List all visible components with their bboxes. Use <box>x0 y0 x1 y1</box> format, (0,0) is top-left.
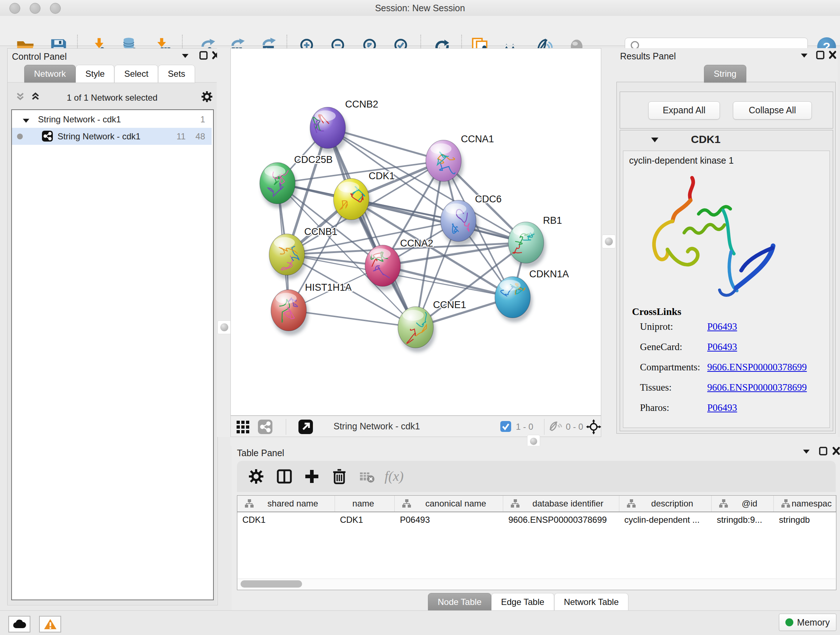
column-header-name[interactable]: name <box>335 496 395 511</box>
expand-all-button[interactable]: Expand All <box>648 101 720 119</box>
table-horizontal-scrollbar[interactable] <box>238 578 836 589</box>
node-result-name: CDK1 <box>691 133 721 146</box>
table-panel-float-button[interactable] <box>818 447 829 456</box>
right-panel-splitter[interactable] <box>601 48 616 437</box>
right-splitter-handle[interactable] <box>602 234 616 249</box>
network-node-CDC6[interactable] <box>441 200 478 246</box>
collection-expander-icon[interactable] <box>22 116 30 126</box>
network-edge-CCNB2-CCNE1[interactable] <box>328 128 416 327</box>
control-tab-select[interactable]: Select <box>114 65 158 82</box>
node-label-CCNB1: CCNB1 <box>304 226 338 237</box>
network-collection-row[interactable]: String Network - cdk1 1 <box>12 111 212 128</box>
network-label: String Network - cdk1 <box>57 131 141 141</box>
network-view-canvas[interactable]: CCNB2CCNA1CDC25BCDK1CDC6RB1CCNB1CCNA2CDK… <box>231 48 601 416</box>
columns-icon <box>276 468 293 485</box>
column-header-shared-name[interactable]: shared name <box>237 496 335 511</box>
column-header-description[interactable]: description <box>619 496 712 511</box>
node-label-CDKN1A: CDKN1A <box>529 269 569 279</box>
table-panel: Table Panel f(x) shared namenamecanonica… <box>232 446 840 610</box>
table-tab-edge-table[interactable]: Edge Table <box>491 593 554 611</box>
crosslinks-title: CrossLinks <box>632 306 681 318</box>
memory-button[interactable]: Memory <box>779 614 836 631</box>
toolbar-separator <box>286 419 286 435</box>
network-node-RB1[interactable] <box>508 222 546 268</box>
title-bar: Session: New Session <box>0 0 840 16</box>
control-tab-network[interactable]: Network <box>24 65 76 82</box>
birds-eye-view-button[interactable] <box>236 419 251 434</box>
table-cell[interactable]: P06493 <box>395 512 503 527</box>
selected-node-edge-counts: 1 - 0 <box>516 422 533 432</box>
control-panel-float-button[interactable] <box>198 51 209 60</box>
table-panel-menu-button[interactable] <box>801 447 812 456</box>
network-view-toolbar: String Network - cdk1 1 - 0 0 - 0 <box>231 416 601 437</box>
table-cell[interactable]: stringdb <box>774 512 836 527</box>
node-table-header: shared namenamecanonical namedatabase id… <box>237 496 836 512</box>
node-label-CDK1: CDK1 <box>369 171 395 181</box>
hidden-indicator-icon <box>549 421 563 432</box>
network-node-CDC25B[interactable] <box>260 163 297 208</box>
left-splitter-handle[interactable] <box>218 320 231 334</box>
left-panel-splitter[interactable] <box>217 48 231 437</box>
node-label-CCNE1: CCNE1 <box>433 299 466 310</box>
node-result-header[interactable]: CDK1 <box>620 130 833 149</box>
crosslink-row: GeneCard:P06493 <box>640 341 824 356</box>
control-panel: Control Panel NetworkStyleSelectSets 1 o… <box>7 48 218 605</box>
network-node-CCNA2[interactable] <box>365 245 403 291</box>
column-header--id[interactable]: @id <box>712 496 774 511</box>
delete-column-button[interactable] <box>331 468 347 485</box>
function-builder-button-disabled[interactable]: f(x) <box>385 468 417 485</box>
table-cell[interactable]: CDK1 <box>335 512 395 527</box>
control-tab-sets[interactable]: Sets <box>158 65 195 82</box>
warnings-button[interactable] <box>39 616 61 632</box>
table-row[interactable]: CDK1CDK1P064939606.ENSP00000378699cyclin… <box>237 512 836 527</box>
main-toolbar: ? <box>0 16 840 46</box>
network-row-selected[interactable]: String Network - cdk1 11 48 <box>12 128 212 145</box>
column-header-database-identifier[interactable]: database identifier <box>503 496 619 511</box>
delete-table-button-disabled[interactable] <box>358 468 375 485</box>
grid-icon <box>236 419 251 434</box>
network-node-CDKN1A[interactable] <box>495 277 532 322</box>
crosslink-link[interactable]: P06493 <box>707 321 737 333</box>
show-column-panel-button[interactable] <box>276 468 293 485</box>
table-tab-node-table[interactable]: Node Table <box>428 593 491 611</box>
table-cell[interactable]: cyclin-dependent ... <box>619 512 712 527</box>
table-tab-network-table[interactable]: Network Table <box>554 593 629 611</box>
crosslink-row: Compartments:9606.ENSP00000378699 <box>640 362 824 376</box>
table-panel-splitter[interactable] <box>231 437 840 446</box>
network-node-CCNB2[interactable] <box>310 107 347 153</box>
share-network-icon <box>257 419 273 434</box>
collapse-all-button[interactable]: Collapse All <box>733 101 812 119</box>
column-header-canonical-name[interactable]: canonical name <box>395 496 503 511</box>
node-result-expander-icon[interactable] <box>651 136 659 145</box>
add-column-button[interactable] <box>303 468 320 485</box>
network-node-CCNE1[interactable] <box>398 307 436 352</box>
results-tab-string[interactable]: String <box>704 65 746 82</box>
network-node-HIST1H1A[interactable] <box>271 290 309 335</box>
open-view-in-window-button[interactable] <box>298 419 313 434</box>
control-panel-menu-button[interactable] <box>180 51 191 60</box>
control-tab-style[interactable]: Style <box>76 65 114 82</box>
results-panel-close-button[interactable] <box>827 50 838 60</box>
results-panel: Results Panel String Expand All Collapse… <box>616 48 838 437</box>
selected-indicator-checkbox[interactable] <box>500 421 512 432</box>
network-node-CDK1[interactable] <box>333 179 371 224</box>
results-panel-menu-button[interactable] <box>799 50 810 60</box>
network-options-gear-icon[interactable] <box>201 90 213 104</box>
column-header-namespac[interactable]: namespac <box>774 496 836 511</box>
results-panel-float-button[interactable] <box>815 50 826 60</box>
crosslink-link[interactable]: P06493 <box>707 402 737 413</box>
node-label-HIST1H1A: HIST1H1A <box>305 282 352 293</box>
crosslink-link[interactable]: 9606.ENSP00000378699 <box>707 382 807 393</box>
table-cell[interactable]: CDK1 <box>237 512 335 527</box>
cloud-status-button[interactable] <box>8 616 30 632</box>
table-panel-close-button[interactable] <box>831 447 840 456</box>
table-options-gear-button[interactable] <box>248 468 264 485</box>
fit-selected-button[interactable] <box>586 419 601 434</box>
scrollbar-thumb[interactable] <box>240 580 302 587</box>
crosslink-link[interactable]: 9606.ENSP00000378699 <box>707 362 807 373</box>
network-node-CCNA1[interactable] <box>426 140 463 186</box>
network-overview-button[interactable] <box>257 419 273 434</box>
table-cell[interactable]: 9606.ENSP00000378699 <box>503 512 619 527</box>
table-cell[interactable]: stringdb:9... <box>712 512 774 527</box>
crosslink-link[interactable]: P06493 <box>707 341 737 353</box>
